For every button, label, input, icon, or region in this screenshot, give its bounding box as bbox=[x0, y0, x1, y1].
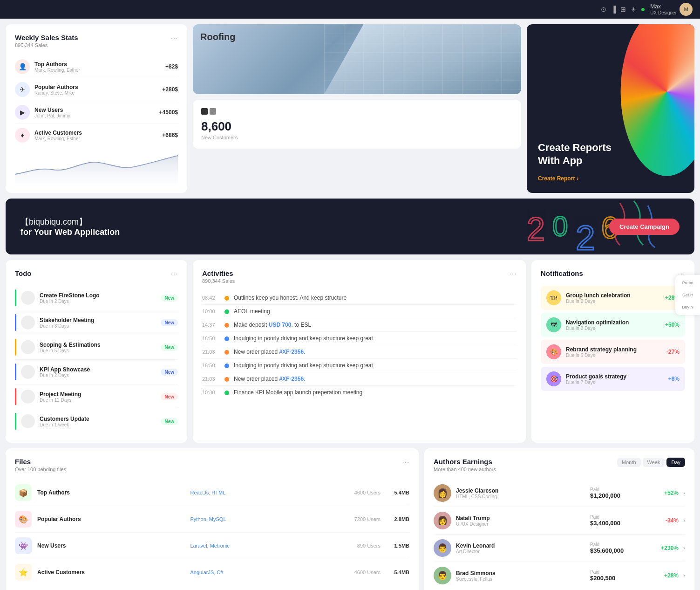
notif-icon-rebrand: 🎨 bbox=[546, 344, 561, 359]
side-panel: Prebu Get H Buy N bbox=[675, 275, 700, 315]
activities-options-icon[interactable]: ⋯ bbox=[509, 269, 517, 278]
activities-title-group: Activities 890,344 Sales bbox=[202, 269, 235, 284]
online-indicator bbox=[641, 8, 645, 11]
side-panel-item-buyn[interactable]: Buy N bbox=[680, 303, 695, 311]
reports-card: Create Reports With App Create Report › bbox=[527, 24, 694, 193]
todo-avatar bbox=[21, 291, 35, 305]
activity-dot bbox=[224, 350, 229, 355]
active-customers-info: Active Customers Mark, Rowling, Esther bbox=[34, 130, 157, 141]
authors-header: Authors Earnings More than 400 new autho… bbox=[434, 458, 685, 472]
author-arrow-natali[interactable]: › bbox=[683, 517, 685, 524]
authors-list: 👩 Jessie Clarcson HTML, CSS Coding Paid … bbox=[434, 480, 685, 589]
reports-title-line1: Create Reports bbox=[538, 142, 612, 153]
period-month-button[interactable]: Month bbox=[617, 458, 641, 467]
todo-stripe bbox=[15, 314, 16, 331]
avatar[interactable]: M bbox=[680, 3, 693, 16]
activity-dot bbox=[224, 336, 229, 341]
popular-authors-info: Popular Authors Randy, Steve, Mike bbox=[34, 84, 157, 96]
author-info-brad: Brad Simmons Successful Fellas bbox=[456, 570, 585, 582]
file-icon-top: 📦 bbox=[15, 484, 32, 501]
author-arrow-brad[interactable]: › bbox=[683, 572, 685, 579]
active-customers-icon: ♦ bbox=[15, 128, 30, 143]
notification-item-lunch: 🍽 Group lunch celebration Due in 2 Days … bbox=[541, 286, 685, 310]
todo-options-icon[interactable]: ⋯ bbox=[170, 269, 178, 278]
files-title-group: Files Over 100 pending files bbox=[15, 458, 66, 472]
author-pct-natali: -34% bbox=[651, 517, 679, 524]
top-authors-sub: Mark, Rowling, Esther bbox=[34, 68, 161, 73]
author-arrow-jessie[interactable]: › bbox=[683, 490, 685, 496]
top-authors-icon: 👤 bbox=[15, 59, 30, 74]
author-avatar-jessie: 👩 bbox=[434, 484, 451, 502]
activity-link[interactable]: USD 700. bbox=[269, 322, 293, 328]
activities-title: Activities bbox=[202, 269, 235, 277]
activity-item: 21:03 New order placed #XF-2356. bbox=[202, 345, 517, 359]
todo-stripe bbox=[15, 339, 16, 356]
author-pct-brad: +28% bbox=[651, 572, 679, 579]
reports-title: Create Reports With App bbox=[538, 141, 683, 168]
files-list: 📦 Top Authors ReactJs, HTML 4600 Users 5… bbox=[15, 480, 409, 585]
activity-dot bbox=[224, 323, 229, 328]
author-arrow-kevin[interactable]: › bbox=[683, 545, 685, 551]
period-week-button[interactable]: Week bbox=[643, 458, 665, 467]
new-users-info: New Users John, Pat, Jimmy bbox=[34, 107, 155, 118]
author-paid-natali: Paid $3,400,000 bbox=[590, 515, 646, 527]
sales-chart bbox=[15, 146, 178, 184]
authors-earnings-card: Authors Earnings More than 400 new autho… bbox=[424, 448, 694, 590]
notification-item-navigation: 🗺 Navigation optimization Due in 2 Days … bbox=[541, 313, 685, 337]
campaign-text: 【biqubiqu.com】 for Your Web Application bbox=[20, 216, 120, 237]
authors-title: Authors Earnings bbox=[434, 458, 496, 466]
author-pct-jessie: +52% bbox=[651, 490, 679, 496]
activity-link[interactable]: #XF-2356. bbox=[279, 376, 305, 382]
arrow-right-icon: › bbox=[577, 175, 578, 182]
activity-item: 14:37 Make deposit USD 700. to ESL bbox=[202, 318, 517, 332]
authors-title-group: Authors Earnings More than 400 new autho… bbox=[434, 458, 496, 472]
new-customers-card: 8,600 New Customers bbox=[193, 100, 521, 149]
search-icon[interactable]: ⊙ bbox=[601, 6, 606, 13]
todo-item-kpi: KPI App Showcase Due in 2 Days New bbox=[15, 360, 178, 384]
sales-options-icon[interactable]: ⋯ bbox=[170, 34, 178, 42]
notif-icon-product: 🎯 bbox=[546, 371, 561, 386]
todo-item-project: Project Meeting Due in 12 Days New bbox=[15, 384, 178, 409]
notifications-card: Notifications ⋯ 🍽 Group lunch celebratio… bbox=[531, 260, 694, 443]
activity-item: 16:50 Indulging in poorly driving and ke… bbox=[202, 359, 517, 372]
svg-text:2: 2 bbox=[576, 218, 595, 254]
period-day-button[interactable]: Day bbox=[666, 458, 685, 467]
files-card: Files Over 100 pending files ⋯ 📦 Top Aut… bbox=[6, 448, 419, 590]
activity-item: 21:03 New order placed #XF-2356. bbox=[202, 372, 517, 386]
notifications-title: Notifications bbox=[541, 269, 583, 277]
author-avatar-kevin: 👨 bbox=[434, 539, 451, 557]
create-campaign-button[interactable]: Create Campaign bbox=[609, 219, 680, 235]
authors-subtitle: More than 400 new authors bbox=[434, 467, 496, 472]
activity-item: 10:00 AEOL meeting bbox=[202, 305, 517, 318]
sun-icon[interactable]: ☀ bbox=[631, 6, 637, 13]
file-row-new-users: 👾 New Users Laravel, Metronic 890 Users … bbox=[15, 533, 409, 559]
roofing-title: Roofing bbox=[200, 32, 236, 42]
activity-link[interactable]: #XF-2356. bbox=[279, 349, 305, 355]
todo-avatar bbox=[21, 340, 35, 354]
side-panel-item-geth[interactable]: Get H bbox=[680, 291, 695, 299]
activities-header: Activities 890,344 Sales ⋯ bbox=[202, 269, 517, 284]
bar-icon[interactable]: ▐ bbox=[611, 6, 616, 13]
activity-dot bbox=[224, 296, 229, 301]
active-customers-sub: Mark, Rowling, Esther bbox=[34, 136, 157, 141]
create-report-link[interactable]: Create Report › bbox=[538, 175, 683, 182]
author-avatar-brad: 👨 bbox=[434, 567, 451, 584]
files-options-icon[interactable]: ⋯ bbox=[402, 458, 409, 467]
user-profile[interactable]: Max UX Designer M bbox=[650, 3, 693, 16]
new-users-icon: ▶ bbox=[15, 105, 30, 120]
activity-item: 10:30 Finance KPI Mobile app launch prep… bbox=[202, 386, 517, 399]
side-panel-item-prebu[interactable]: Prebu bbox=[680, 279, 695, 287]
activity-dot bbox=[224, 309, 229, 314]
author-row-jessie: 👩 Jessie Clarcson HTML, CSS Coding Paid … bbox=[434, 480, 685, 507]
new-customers-label: New Customers bbox=[201, 135, 513, 140]
campaign-subtitle: for Your Web Application bbox=[20, 227, 120, 237]
popular-authors-value: +280$ bbox=[162, 86, 178, 93]
todo-avatar bbox=[21, 316, 35, 329]
top-authors-info: Top Authors Mark, Rowling, Esther bbox=[34, 61, 161, 73]
author-pct-kevin: +230% bbox=[651, 545, 679, 551]
todo-avatar bbox=[21, 390, 35, 404]
author-paid-kevin: Paid $35,600,000 bbox=[590, 542, 646, 554]
bottom-row: Files Over 100 pending files ⋯ 📦 Top Aut… bbox=[6, 448, 694, 590]
grid-icon[interactable]: ⊞ bbox=[620, 6, 626, 13]
activity-dot bbox=[224, 377, 229, 382]
